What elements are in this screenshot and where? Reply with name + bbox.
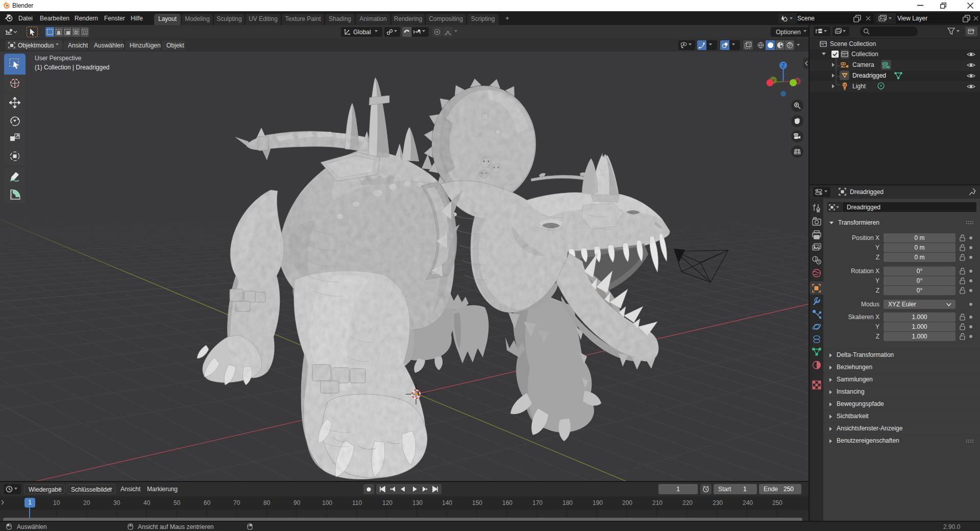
svg-text:Z: Z — [781, 63, 785, 68]
